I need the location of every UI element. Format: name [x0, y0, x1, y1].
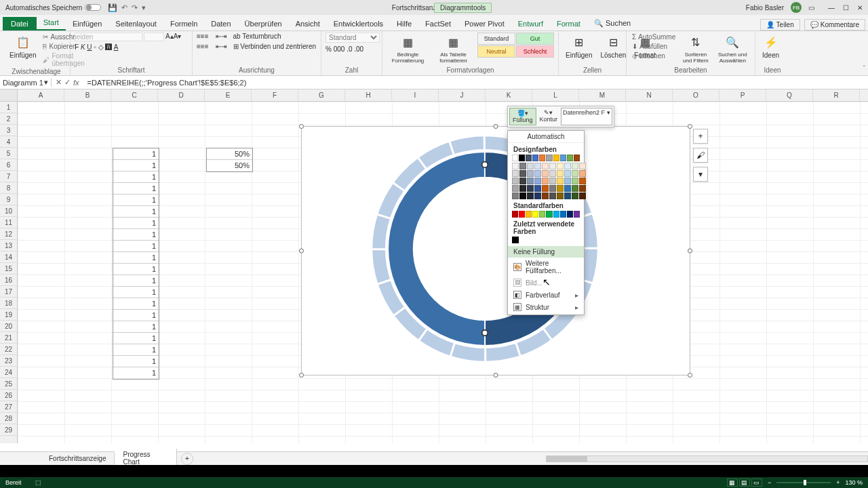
row-header[interactable]: 3 [0, 125, 17, 136]
color-swatch[interactable] [532, 211, 538, 218]
page-break-view-icon[interactable]: ▭ [751, 479, 762, 487]
color-swatch[interactable] [512, 170, 519, 177]
color-swatch[interactable] [549, 178, 556, 184]
color-swatch[interactable] [546, 155, 552, 161]
number-format-select[interactable]: Standard [326, 33, 380, 43]
tab-powerpivot[interactable]: Power Pivot [458, 17, 511, 30]
color-swatch[interactable] [539, 211, 545, 218]
format-table-button[interactable]: ▦Als Tabelle formatieren [432, 33, 475, 65]
cell[interactable]: 1 [113, 148, 159, 160]
color-swatch[interactable] [527, 185, 534, 192]
color-swatch[interactable] [534, 163, 541, 169]
row-header[interactable]: 25 [0, 378, 17, 390]
color-swatch[interactable] [512, 211, 518, 218]
cell[interactable]: 1 [113, 206, 159, 218]
tab-chart-design[interactable]: Entwurf [511, 17, 550, 30]
color-swatch[interactable] [534, 178, 541, 184]
picture-fill-item[interactable]: 🖼Bild... [508, 277, 584, 289]
chart-object[interactable] [301, 126, 690, 375]
color-swatch[interactable] [519, 170, 526, 177]
clear-button[interactable]: ◇ Löschen [631, 52, 677, 60]
row-header[interactable]: 23 [0, 355, 17, 367]
column-header[interactable]: C [111, 89, 158, 101]
resize-handle[interactable] [688, 249, 692, 253]
tab-review[interactable]: Überprüfen [238, 17, 289, 30]
color-swatch[interactable] [542, 185, 549, 192]
cell[interactable]: 1 [113, 344, 159, 356]
find-select-button[interactable]: 🔍Suchen und Auswählen [715, 33, 751, 65]
zoom-level[interactable]: 130 % [845, 479, 863, 486]
maximize-icon[interactable]: ☐ [843, 4, 849, 12]
cell[interactable]: 1 [113, 171, 159, 183]
cell[interactable]: 1 [113, 252, 159, 264]
color-swatch[interactable] [512, 178, 519, 184]
column-header[interactable]: P [719, 89, 766, 101]
add-sheet-button[interactable]: + [181, 453, 193, 465]
row-header[interactable]: 15 [0, 263, 17, 274]
zoom-in-icon[interactable]: + [836, 479, 840, 486]
resize-handle[interactable] [688, 124, 692, 129]
column-header[interactable]: K [486, 89, 532, 101]
row-header[interactable]: 14 [0, 251, 17, 263]
row-header[interactable]: 28 [0, 413, 17, 424]
tab-home[interactable]: Start [37, 16, 66, 30]
user-name[interactable]: Fabio Basler [746, 4, 784, 12]
row-header[interactable]: 13 [0, 240, 17, 251]
column-header[interactable]: A [18, 89, 64, 101]
color-swatch[interactable] [549, 163, 556, 169]
formula-input[interactable]: =DATENREIHE(;;'Progress Chart'!$E$5:$E$6… [83, 79, 868, 87]
cell[interactable]: 50% [207, 148, 252, 160]
color-swatch[interactable] [557, 170, 564, 177]
row-header[interactable]: 7 [0, 171, 17, 182]
redo-icon[interactable]: ↷ [132, 3, 138, 12]
tab-chart-format[interactable]: Format [550, 17, 587, 30]
color-swatch[interactable] [527, 170, 534, 177]
row-header[interactable]: 8 [0, 182, 17, 194]
color-swatch[interactable] [574, 155, 580, 161]
normal-view-icon[interactable]: ▦ [727, 479, 738, 487]
color-swatch[interactable] [549, 185, 556, 192]
cell[interactable]: 1 [113, 275, 159, 287]
color-swatch[interactable] [512, 185, 519, 192]
color-swatch[interactable] [572, 178, 578, 184]
cell[interactable]: 50% [207, 160, 252, 171]
row-header[interactable]: 19 [0, 309, 17, 321]
tab-data[interactable]: Daten [204, 17, 237, 30]
color-swatch[interactable] [553, 155, 559, 161]
color-swatch[interactable] [557, 185, 564, 192]
tab-file[interactable]: Datei [3, 17, 37, 30]
minimize-icon[interactable]: — [828, 4, 835, 12]
column-header[interactable]: R [813, 89, 860, 101]
color-swatch[interactable] [579, 178, 586, 184]
color-swatch[interactable] [519, 192, 526, 199]
color-swatch[interactable] [512, 163, 519, 169]
sort-filter-button[interactable]: ⇅Sortieren und Filtern [679, 33, 711, 65]
tab-factset[interactable]: FactSet [418, 17, 458, 30]
color-swatch[interactable] [579, 192, 586, 199]
name-box[interactable]: Diagramm 1▾ [0, 78, 52, 87]
color-swatch[interactable] [549, 192, 556, 199]
column-header[interactable]: D [158, 89, 205, 101]
close-icon[interactable]: ✕ [857, 4, 863, 12]
conditional-format-button[interactable]: ▦Bedingte Formatierung [387, 33, 429, 65]
no-fill-item[interactable]: Keine Füllung [508, 246, 584, 258]
ribbon-display-icon[interactable]: ▭ [808, 4, 814, 12]
autosum-button[interactable]: Σ AutoSumme [631, 33, 677, 41]
more-colors-item[interactable]: 🎨Weitere Füllfarben... [508, 258, 584, 277]
color-swatch[interactable] [567, 211, 573, 218]
row-header[interactable]: 22 [0, 344, 17, 355]
cell[interactable]: 1 [113, 183, 159, 195]
row-header[interactable]: 29 [0, 424, 17, 436]
cell[interactable]: 1 [113, 356, 159, 367]
tab-developer[interactable]: Entwicklertools [327, 17, 390, 30]
color-swatch[interactable] [564, 192, 571, 199]
chart-styles-button[interactable]: 🖌 [693, 148, 708, 163]
color-swatch[interactable] [527, 178, 534, 184]
color-swatch[interactable] [519, 178, 526, 184]
color-swatch[interactable] [546, 211, 552, 218]
chart-elements-button[interactable]: + [693, 129, 708, 144]
enter-formula-icon[interactable]: ✓ [64, 78, 71, 87]
texture-fill-item[interactable]: ▦Struktur▸ [508, 301, 584, 313]
row-header[interactable]: 5 [0, 148, 17, 159]
color-swatch[interactable] [542, 178, 549, 184]
